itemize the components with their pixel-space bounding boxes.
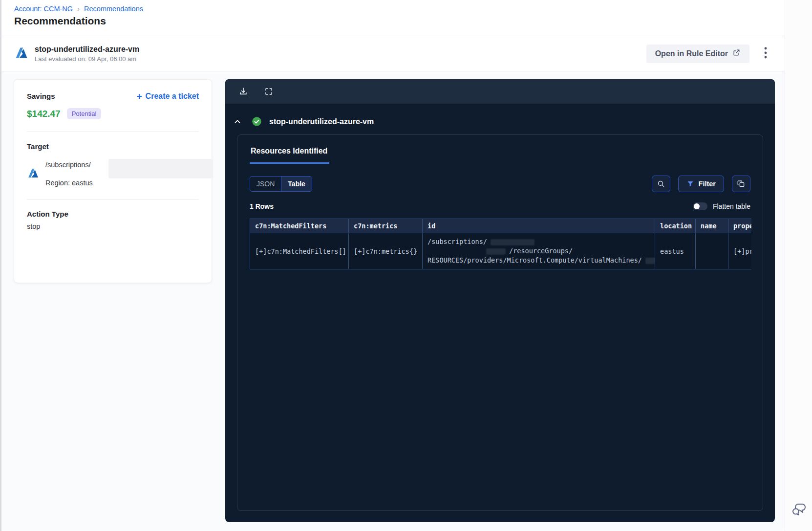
results-panel: stop-underutilized-azure-vm Resources Id… <box>225 79 775 522</box>
external-link-icon <box>732 48 741 59</box>
target-path: /subscriptions/ <box>45 161 93 169</box>
success-check-icon <box>252 116 262 127</box>
flatten-table-toggle[interactable] <box>693 202 707 210</box>
copy-icon[interactable] <box>732 176 750 192</box>
recommendation-name: stop-underutilized-azure-vm <box>35 45 139 54</box>
savings-amount: $142.47 <box>27 109 61 119</box>
results-toolbar <box>225 79 775 104</box>
cell-matched-filters-expander[interactable]: [+]c7n:MatchedFilters[] <box>250 233 349 269</box>
download-icon[interactable] <box>238 87 248 96</box>
view-mode-toggle: JSON Table <box>250 176 312 192</box>
fullscreen-icon[interactable] <box>264 87 273 96</box>
azure-logo-icon <box>27 167 40 181</box>
filter-button[interactable]: Filter <box>678 176 724 192</box>
target-label: Target <box>27 142 199 151</box>
cell-id: /subscriptions/ /resourceGroups/ RESOURC… <box>423 233 655 269</box>
column-header-matched-filters: c7n:MatchedFilters <box>250 219 349 233</box>
resources-table-container: c7n:MatchedFilters c7n:metrics id locati… <box>250 219 751 269</box>
kebab-menu-icon[interactable] <box>761 44 770 63</box>
cell-location: eastus <box>655 233 696 269</box>
breadcrumb-separator-icon: › <box>77 4 80 13</box>
action-type-label: Action Type <box>27 210 199 218</box>
search-icon[interactable] <box>652 176 670 192</box>
tabs-row: Resources Identified <box>250 147 750 164</box>
table-header-row: c7n:MatchedFilters c7n:metrics id locati… <box>250 219 752 233</box>
filter-label: Filter <box>699 180 716 188</box>
view-toggle-table[interactable]: Table <box>281 177 312 191</box>
create-ticket-label: Create a ticket <box>146 92 199 101</box>
card-divider <box>27 132 199 132</box>
results-title-row: stop-underutilized-azure-vm <box>225 104 775 127</box>
target-row: /subscriptions/ Region: eastus <box>27 161 199 187</box>
breadcrumb-account-link[interactable]: Account: CCM-NG <box>14 5 73 13</box>
row-count: 1 Rows <box>250 202 274 210</box>
recommendation-identity: stop-underutilized-azure-vm Last evaluat… <box>14 45 139 63</box>
results-panel-title: stop-underutilized-azure-vm <box>269 117 374 126</box>
page-content: Account: CCM-NG › Recommendations Recomm… <box>1 0 785 531</box>
azure-logo-icon <box>14 45 29 62</box>
chat-icon[interactable] <box>790 501 808 518</box>
card-divider <box>27 199 199 199</box>
tab-resources-identified[interactable]: Resources Identified <box>250 147 329 164</box>
right-rail <box>785 0 812 531</box>
open-rule-editor-button[interactable]: Open in Rule Editor <box>646 44 749 63</box>
resources-identified-panel: Resources Identified JSON Table <box>237 134 763 511</box>
column-header-location: location <box>655 219 696 233</box>
breadcrumb: Account: CCM-NG › Recommendations <box>14 4 785 13</box>
redacted-text <box>491 239 534 245</box>
redacted-text <box>108 159 213 178</box>
flatten-table-label: Flatten table <box>713 202 750 210</box>
savings-label: Savings <box>27 92 55 100</box>
redacted-text <box>645 258 655 264</box>
table-row: [+]c7n:MatchedFilters[] [+]c7n:metrics{}… <box>250 233 752 269</box>
potential-badge: Potential <box>67 108 102 119</box>
main-area: Savings + Create a ticket $142.47 Potent… <box>1 71 785 531</box>
plus-icon: + <box>137 91 142 101</box>
column-header-id: id <box>423 219 655 233</box>
view-toggle-json[interactable]: JSON <box>250 177 281 191</box>
cell-properties-expander[interactable]: [+]properties{} <box>728 233 752 269</box>
cell-name <box>696 233 728 269</box>
breadcrumb-recommendations-link[interactable]: Recommendations <box>84 5 143 13</box>
collapse-chevron-icon[interactable] <box>234 118 241 126</box>
column-header-metrics: c7n:metrics <box>349 219 423 233</box>
create-ticket-button[interactable]: + Create a ticket <box>137 91 199 101</box>
redacted-text <box>486 248 506 255</box>
action-type-value: stop <box>27 222 199 230</box>
target-region: Region: eastus <box>45 179 93 187</box>
recommendation-last-evaluated: Last evaluated on: 09 Apr, 06:00 am <box>35 55 139 63</box>
column-header-name: name <box>696 219 728 233</box>
open-rule-editor-label: Open in Rule Editor <box>655 49 728 58</box>
savings-card: Savings + Create a ticket $142.47 Potent… <box>14 79 212 283</box>
view-controls-row: JSON Table <box>250 176 750 192</box>
top-header: Account: CCM-NG › Recommendations Recomm… <box>1 0 785 36</box>
resources-table: c7n:MatchedFilters c7n:metrics id locati… <box>250 219 751 269</box>
page-title: Recommendations <box>14 15 785 27</box>
recommendation-header: stop-underutilized-azure-vm Last evaluat… <box>1 36 785 71</box>
table-actions: Filter <box>652 176 750 192</box>
column-header-properties: properties <box>728 219 752 233</box>
cell-metrics-expander[interactable]: [+]c7n:metrics{} <box>349 233 423 269</box>
table-meta-row: 1 Rows Flatten table <box>250 202 750 210</box>
filter-icon <box>686 180 694 188</box>
